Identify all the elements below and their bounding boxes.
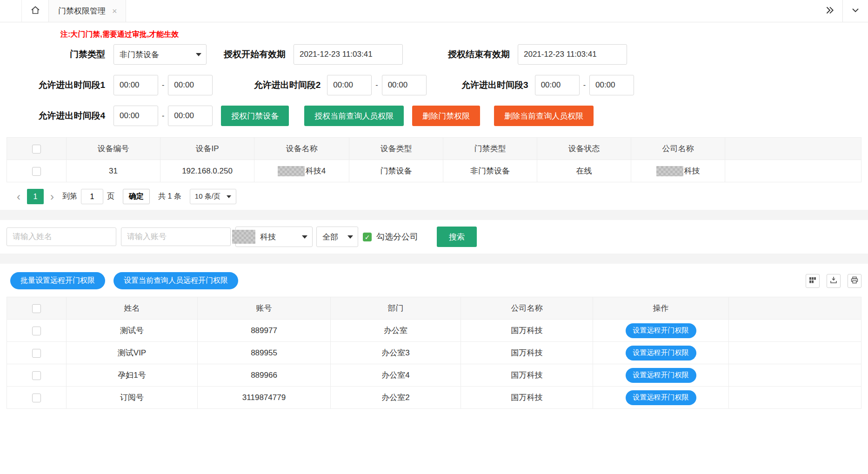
- person-row-checkbox[interactable]: [32, 327, 41, 335]
- home-icon: [30, 5, 41, 18]
- person-cell-filler: [729, 387, 861, 409]
- delete-current-button[interactable]: 删除当前查询人员权限: [494, 106, 594, 126]
- columns-filter-button[interactable]: [806, 274, 820, 288]
- period1-to-input[interactable]: [168, 75, 213, 95]
- person-row-checkbox[interactable]: [32, 349, 41, 358]
- person-checkbox-cell: [7, 364, 67, 387]
- page-size-select[interactable]: 10 条/页: [190, 189, 236, 204]
- prev-page-button[interactable]: ‹: [12, 191, 25, 202]
- authorize-current-button[interactable]: 授权当前查询人员权限: [304, 106, 404, 126]
- period3-from-input[interactable]: [535, 75, 580, 95]
- form-row-3: 允许进出时间段4 - 授权门禁设备 授权当前查询人员权限 删除门禁权限 删除当前…: [7, 106, 861, 126]
- goto-confirm-button[interactable]: 确定: [123, 189, 150, 204]
- export-icon: [830, 276, 837, 286]
- device-header-type: 设备类型: [349, 138, 443, 160]
- device-row-checkbox[interactable]: [32, 167, 41, 176]
- export-button[interactable]: [827, 274, 841, 288]
- delete-permission-button[interactable]: 删除门禁权限: [412, 106, 480, 126]
- person-header-company: 公司名称: [461, 297, 593, 320]
- page-number-button[interactable]: 1: [27, 189, 44, 204]
- select-all-devices-checkbox[interactable]: [32, 145, 41, 154]
- access-type-select[interactable]: 非门禁设备: [114, 44, 207, 65]
- period2-to-input[interactable]: [382, 75, 427, 95]
- search-button[interactable]: 搜索: [437, 227, 477, 247]
- current-remote-open-button[interactable]: 设置当前查询人员远程开门权限: [114, 272, 238, 289]
- device-table-header-row: 设备编号 设备IP 设备名称 设备类型 门禁类型 设备状态 公司名称: [7, 138, 861, 160]
- account-search-input[interactable]: [121, 227, 231, 246]
- caret-down-icon: [302, 235, 307, 239]
- person-table-row: 测试号 889977 办公室 国万科技 设置远程开门权限: [7, 320, 861, 342]
- tab-access-permission[interactable]: 门禁权限管理 ×: [48, 0, 126, 22]
- device-table-row: 31 192.168.0.250 科技4 门禁设备 非门禁设备 在线 科技: [7, 160, 861, 182]
- print-button[interactable]: [848, 274, 861, 288]
- device-header-access-type: 门禁类型: [443, 138, 537, 160]
- top-tab-bar: 门禁权限管理 ×: [0, 0, 868, 22]
- person-cell-name: 测试号: [67, 320, 198, 342]
- period2-label: 允许进出时间段2: [213, 79, 320, 91]
- person-header-filler: [729, 297, 861, 320]
- period3-dash: -: [583, 81, 586, 89]
- person-cell-company: 国万科技: [461, 342, 593, 364]
- person-cell-company: 国万科技: [461, 320, 593, 342]
- person-checkbox-cell: [7, 387, 67, 409]
- branch-checkbox[interactable]: ✓: [363, 233, 372, 241]
- next-page-button[interactable]: ›: [46, 191, 59, 202]
- person-cell-dept: 办公室4: [331, 364, 461, 387]
- period3-to-input[interactable]: [589, 75, 634, 95]
- person-cell-action: 设置远程开门权限: [593, 342, 729, 364]
- period1-from-input[interactable]: [114, 75, 158, 95]
- page-unit-label: 页: [107, 192, 114, 201]
- set-remote-open-button[interactable]: 设置远程开门权限: [626, 346, 696, 361]
- redacted-mosaic: [232, 230, 255, 244]
- person-table-row: 孕妇1号 889966 办公室4 国万科技 设置远程开门权限: [7, 364, 861, 387]
- name-search-input[interactable]: [7, 227, 116, 246]
- period2-from-input[interactable]: [327, 75, 372, 95]
- caret-down-icon: [196, 53, 201, 56]
- device-table-wrap: 设备编号 设备IP 设备名称 设备类型 门禁类型 设备状态 公司名称 31 19…: [0, 137, 868, 182]
- caret-down-icon: [227, 195, 231, 198]
- authorize-device-button[interactable]: 授权门禁设备: [221, 106, 289, 126]
- device-cell-ip: 192.168.0.250: [160, 160, 254, 182]
- period1-dash: -: [162, 81, 164, 89]
- period4-to-input[interactable]: [168, 106, 213, 126]
- set-remote-open-button[interactable]: 设置远程开门权限: [626, 368, 696, 383]
- person-panel: 批量设置远程开门权限 设置当前查询人员远程开门权限: [0, 264, 868, 409]
- set-remote-open-button[interactable]: 设置远程开门权限: [626, 323, 696, 338]
- auth-end-input[interactable]: [518, 44, 627, 65]
- device-cell-access-type: 非门禁设备: [443, 160, 537, 182]
- person-cell-action: 设置远程开门权限: [593, 364, 729, 387]
- company-select-value: 科技: [260, 232, 276, 242]
- set-remote-open-button[interactable]: 设置远程开门权限: [626, 390, 696, 405]
- person-cell-filler: [729, 364, 861, 387]
- person-header-account: 账号: [198, 297, 331, 320]
- tab-label: 门禁权限管理: [58, 6, 106, 16]
- person-checkbox-cell: [7, 342, 67, 364]
- total-count-label: 共 1 条: [158, 192, 181, 201]
- home-button[interactable]: [21, 0, 48, 22]
- person-row-checkbox[interactable]: [32, 394, 41, 402]
- period1-label: 允许进出时间段1: [7, 79, 105, 91]
- period4-label: 允许进出时间段4: [7, 110, 105, 122]
- tab-menu-button[interactable]: [843, 0, 868, 22]
- auth-start-input[interactable]: [294, 44, 403, 65]
- select-all-people-checkbox[interactable]: [32, 304, 41, 313]
- device-header-filler: [725, 138, 861, 160]
- tab-close-icon[interactable]: ×: [112, 7, 117, 15]
- batch-remote-open-button[interactable]: 批量设置远程开门权限: [10, 272, 105, 289]
- person-row-checkbox[interactable]: [32, 371, 41, 380]
- auth-start-label: 授权开始有效期: [207, 48, 286, 60]
- company-select[interactable]: 科技: [235, 227, 313, 247]
- expand-tabs-button[interactable]: [817, 0, 842, 22]
- device-cell-name: 科技4: [254, 160, 349, 182]
- person-table-wrap: 姓名 账号 部门 公司名称 操作 测试号 889977 办公室 国万科技 设置远…: [0, 297, 868, 409]
- period2-dash: -: [375, 81, 378, 89]
- person-cell-dept: 办公室: [331, 320, 461, 342]
- authorization-form: 注:大门门禁,需要通过审批,才能生效 门禁类型 非门禁设备 授权开始有效期 授权…: [0, 22, 868, 137]
- period4-from-input[interactable]: [114, 106, 158, 126]
- scope-select[interactable]: 全部: [316, 227, 358, 247]
- person-header-action: 操作: [593, 297, 729, 320]
- goto-page-input[interactable]: [81, 189, 103, 204]
- redacted-mosaic: [278, 166, 305, 176]
- columns-icon: [809, 276, 816, 286]
- goto-label: 到第: [62, 192, 77, 201]
